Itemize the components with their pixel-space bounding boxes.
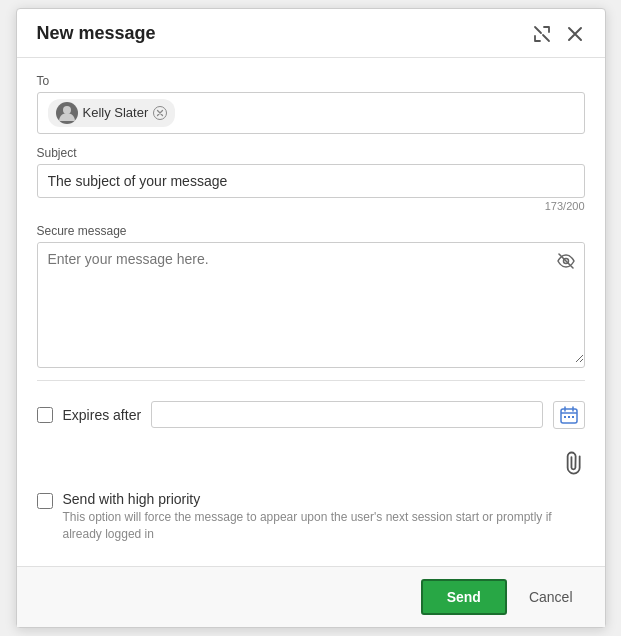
subject-input[interactable] [37,164,585,198]
message-section: Secure message [37,224,585,368]
priority-row: Send with high priority This option will… [37,487,585,551]
dialog-header: New message [17,9,605,58]
svg-point-0 [63,106,71,114]
to-field[interactable]: Kelly Slater [37,92,585,134]
attachment-icon [558,446,589,477]
cancel-button[interactable]: Cancel [517,579,585,615]
new-message-dialog: New message To [16,8,606,629]
avatar [56,102,78,124]
dialog-title: New message [37,23,156,44]
char-count: 173/200 [37,200,585,212]
svg-rect-4 [564,416,566,418]
visibility-icon [556,251,576,271]
dialog-body: To Kelly Slater [17,58,605,567]
close-button[interactable] [565,24,585,44]
expires-row: Expires after [37,393,585,437]
attachment-button[interactable] [558,446,589,477]
message-textarea[interactable] [38,243,584,363]
expires-input[interactable] [151,401,542,428]
remove-recipient-button[interactable] [153,106,167,120]
svg-rect-5 [568,416,570,418]
expires-label: Expires after [63,407,142,423]
header-actions [531,23,585,45]
priority-text: Send with high priority This option will… [63,491,585,543]
attachment-row [37,449,585,475]
priority-description: This option will force the message to ap… [63,509,585,543]
priority-checkbox[interactable] [37,493,53,509]
eye-icon[interactable] [556,251,576,276]
remove-icon [153,106,167,120]
recipient-chip: Kelly Slater [48,99,176,127]
message-wrapper [37,242,585,368]
expand-button[interactable] [531,23,553,45]
subject-field-wrapper: Subject 173/200 [37,146,585,212]
send-button[interactable]: Send [421,579,507,615]
expires-checkbox[interactable] [37,407,53,423]
close-icon [567,26,583,42]
to-label: To [37,74,585,88]
svg-rect-6 [572,416,574,418]
subject-label: Subject [37,146,585,160]
avatar-icon [58,104,76,122]
calendar-icon [560,406,578,424]
expand-icon [533,25,551,43]
message-label: Secure message [37,224,585,238]
to-field-wrapper: To Kelly Slater [37,74,585,134]
calendar-button[interactable] [553,401,585,429]
priority-title: Send with high priority [63,491,585,507]
divider-1 [37,380,585,381]
dialog-footer: Send Cancel [17,566,605,627]
recipient-name: Kelly Slater [83,105,149,120]
